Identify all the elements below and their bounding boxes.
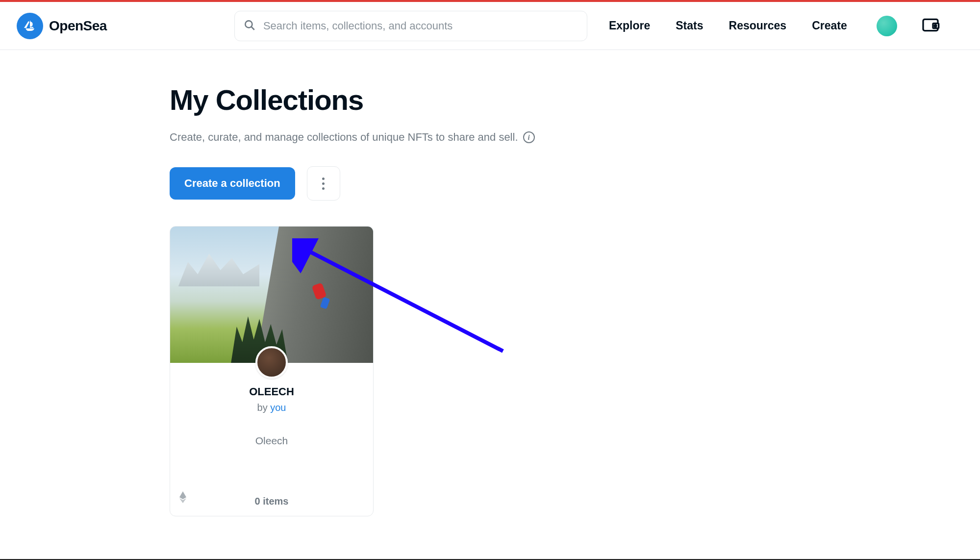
nav-stats[interactable]: Stats bbox=[676, 19, 703, 32]
logo[interactable]: OpenSea bbox=[17, 13, 107, 39]
opensea-logo-icon bbox=[17, 13, 43, 39]
user-avatar[interactable] bbox=[877, 16, 897, 36]
collection-banner-image bbox=[170, 227, 373, 363]
collection-avatar-image bbox=[255, 346, 288, 379]
search-icon bbox=[243, 19, 256, 33]
collection-card[interactable]: OLEECH by you Oleech 0 items bbox=[170, 226, 374, 516]
svg-line-1 bbox=[251, 26, 254, 29]
by-prefix: by bbox=[257, 402, 271, 413]
search-input[interactable] bbox=[234, 11, 587, 41]
create-collection-button[interactable]: Create a collection bbox=[170, 167, 295, 200]
nav-explore[interactable]: Explore bbox=[609, 19, 650, 32]
site-header: OpenSea Explore Stats Resources Create bbox=[0, 2, 980, 50]
wallet-icon[interactable] bbox=[921, 15, 940, 37]
collection-item-count: 0 items bbox=[180, 496, 363, 507]
brand-name: OpenSea bbox=[49, 18, 107, 34]
actions-row: Create a collection bbox=[170, 166, 980, 201]
collection-owner-line: by you bbox=[180, 402, 363, 413]
collection-name: OLEECH bbox=[180, 385, 363, 398]
collection-card-body: OLEECH by you Oleech 0 items bbox=[170, 363, 373, 516]
main-content: My Collections Create, curate, and manag… bbox=[0, 50, 980, 516]
nav-resources[interactable]: Resources bbox=[729, 19, 787, 32]
more-options-button[interactable] bbox=[307, 166, 340, 201]
main-nav: Explore Stats Resources Create bbox=[609, 19, 847, 32]
page-subtitle-row: Create, curate, and manage collections o… bbox=[170, 131, 980, 144]
svg-point-4 bbox=[934, 25, 936, 26]
svg-point-0 bbox=[245, 21, 252, 27]
nav-create[interactable]: Create bbox=[812, 19, 847, 32]
info-icon[interactable]: i bbox=[523, 131, 535, 143]
ethereum-icon bbox=[179, 491, 187, 505]
dots-vertical-icon bbox=[322, 178, 325, 190]
search-wrap bbox=[234, 11, 587, 41]
page-title: My Collections bbox=[170, 83, 980, 116]
collection-description: Oleech bbox=[180, 435, 363, 447]
collection-owner-link[interactable]: you bbox=[270, 402, 286, 413]
page-subtitle: Create, curate, and manage collections o… bbox=[170, 131, 518, 144]
